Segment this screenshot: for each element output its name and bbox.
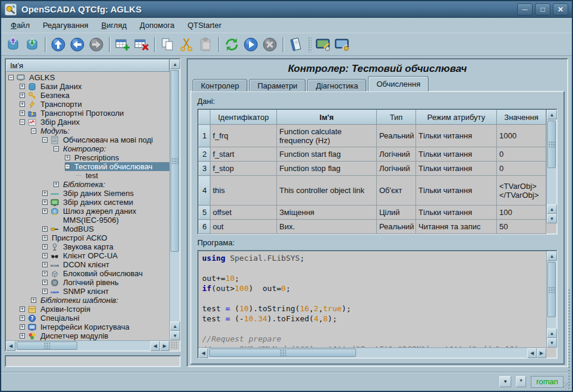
menu-file[interactable]: Файл	[6, 19, 34, 31]
cell-identifier[interactable]: this	[210, 176, 277, 206]
cell-identifier[interactable]: offset	[210, 206, 277, 220]
expander-icon[interactable]: +	[42, 200, 48, 205]
expander-icon[interactable]: +	[31, 298, 36, 303]
table-vscrollbar[interactable]: ▲ ▲ ▼	[546, 110, 556, 223]
cell-attr-mode[interactable]: Тільки читання	[416, 176, 497, 206]
expander-icon[interactable]: +	[42, 280, 48, 285]
scroll-thumb[interactable]	[547, 262, 556, 317]
manual-button[interactable]	[286, 35, 306, 54]
tree-filter-input[interactable]	[5, 355, 181, 367]
tab-controller[interactable]: Контролер	[193, 79, 247, 91]
cell-name[interactable]: Function start flag	[277, 147, 377, 162]
language-dropdown[interactable]: ▼	[499, 376, 511, 387]
cell-identifier[interactable]: f_frq	[210, 125, 277, 147]
refresh-button[interactable]	[222, 35, 241, 54]
scroll-up-icon[interactable]: ▲	[547, 251, 557, 261]
tab-calculation[interactable]: Обчислення	[368, 76, 429, 91]
tree-hscrollbar[interactable]: ◀ ◀ ▶	[6, 340, 169, 350]
row-number-header[interactable]: 3	[199, 162, 210, 176]
expander-icon[interactable]: +	[20, 324, 25, 330]
scroll-track[interactable]	[208, 348, 527, 358]
col-identifier[interactable]: Ідентифікатор	[210, 110, 277, 125]
splitter[interactable]	[181, 58, 187, 367]
maximize-button[interactable]: □	[535, 4, 550, 15]
scroll-up-icon[interactable]: ▲	[170, 59, 180, 69]
cell-value[interactable]: 1000	[497, 125, 546, 147]
title-bar[interactable]: OpenSCADA QTCfg: AGLKS ─ □ ✕	[1, 1, 572, 18]
cell-name[interactable]: Function calculate frequency (Hz)	[277, 125, 377, 147]
expander-icon[interactable]: +	[42, 226, 48, 232]
scroll-left-icon[interactable]: ◀	[199, 348, 208, 358]
tree-item[interactable]: +Транспорти	[20, 100, 169, 109]
cell-value[interactable]: 0	[497, 147, 546, 162]
tab-parameters[interactable]: Параметри	[249, 79, 306, 91]
cell-value[interactable]: 50	[497, 220, 546, 234]
cell-name[interactable]: Function stop flag	[277, 162, 377, 176]
expander-icon[interactable]: −	[20, 119, 25, 125]
expander-icon[interactable]: +	[20, 333, 25, 339]
cut-item-button[interactable]	[177, 35, 196, 54]
col-type[interactable]: Тип	[377, 110, 416, 125]
col-name[interactable]: Ім'я	[277, 110, 377, 125]
cell-identifier[interactable]: f_stop	[210, 162, 277, 176]
scroll-up-icon[interactable]: ▲	[547, 204, 557, 214]
scroll-down-icon[interactable]: ▼	[170, 331, 180, 340]
col-value[interactable]: Значення	[497, 110, 546, 125]
tree-item[interactable]: +Транспортні Протоколи	[20, 109, 169, 118]
expander-icon[interactable]: −	[8, 75, 14, 80]
tree-item[interactable]: +Блоковий обчислювач	[42, 269, 169, 278]
expander-icon[interactable]: +	[42, 289, 48, 294]
expander-icon[interactable]: −	[42, 137, 48, 143]
tree-item[interactable]: +DCONDCON клієнт	[42, 260, 169, 269]
tree-item[interactable]: +Клієнт OPC-UA	[42, 251, 169, 260]
scroll-down-icon[interactable]: ▼	[547, 338, 557, 347]
toolbar-handle[interactable]	[308, 37, 311, 52]
row-number-header[interactable]: 2	[199, 147, 210, 162]
scroll-left-icon[interactable]: ◀	[150, 341, 160, 351]
tree-item[interactable]: +SIEMENSЗбір даних Siemens	[42, 189, 169, 198]
tree-item[interactable]: +Архіви-Історія	[20, 305, 169, 314]
go-up-button[interactable]	[49, 35, 68, 54]
scroll-track[interactable]	[170, 69, 180, 321]
cell-identifier[interactable]: f_start	[210, 147, 277, 162]
tree-item[interactable]: −Модуль:	[31, 127, 169, 135]
cell-type[interactable]: Реальний	[377, 220, 416, 234]
tree-item[interactable]: +Пристрої АСКО	[42, 233, 169, 242]
row-number-header[interactable]: 4	[199, 176, 210, 206]
expander-icon[interactable]: +	[42, 253, 48, 258]
row-number-header[interactable]: 6	[199, 220, 210, 234]
tree-item[interactable]: −AGLKS	[8, 73, 169, 82]
program-editor[interactable]: using Special.FLibSYS; out+=10;if(out>10…	[197, 250, 558, 359]
menu-edit[interactable]: Редагування	[38, 19, 93, 31]
cell-attr-mode[interactable]: Тільки читання	[416, 147, 497, 162]
scroll-right-icon[interactable]: ▶	[160, 341, 169, 351]
qtstarter-vision-button[interactable]	[314, 35, 333, 54]
expander-icon[interactable]: +	[20, 315, 25, 321]
scroll-thumb[interactable]	[171, 70, 179, 252]
cell-type[interactable]: Логічний	[377, 147, 416, 162]
tree-item[interactable]: −Збір Даних	[20, 118, 169, 127]
cell-value[interactable]: 100	[497, 206, 546, 220]
resize-grip[interactable]	[563, 382, 571, 390]
cell-identifier[interactable]: out	[210, 220, 277, 234]
scroll-track[interactable]	[547, 261, 556, 328]
scroll-right-icon[interactable]: ▶	[537, 348, 546, 358]
qtstarter-config-button[interactable]	[333, 35, 352, 54]
cell-name[interactable]: This controller object link	[277, 176, 377, 206]
scroll-thumb[interactable]	[547, 121, 556, 168]
tree-item[interactable]: +Диспетчер модулів	[20, 331, 169, 340]
scroll-track[interactable]	[15, 341, 150, 350]
expander-icon[interactable]: −	[65, 164, 70, 169]
close-button[interactable]: ✕	[553, 4, 568, 15]
cell-attr-mode[interactable]: Тільки читання	[416, 206, 497, 220]
load-from-db-button[interactable]	[4, 35, 23, 54]
tree-item[interactable]: +Безпека	[20, 91, 169, 100]
tab-diagnostics[interactable]: Діагностика	[307, 79, 366, 91]
cell-value[interactable]: 0	[497, 162, 546, 176]
scroll-thumb[interactable]	[209, 349, 356, 357]
expander-icon[interactable]: +	[20, 306, 25, 312]
expander-icon[interactable]: +	[42, 271, 48, 276]
delete-item-button[interactable]	[132, 35, 151, 54]
tree-item[interactable]: +Інтерфейси Користувача	[20, 323, 169, 331]
expander-icon[interactable]: +	[42, 235, 48, 241]
